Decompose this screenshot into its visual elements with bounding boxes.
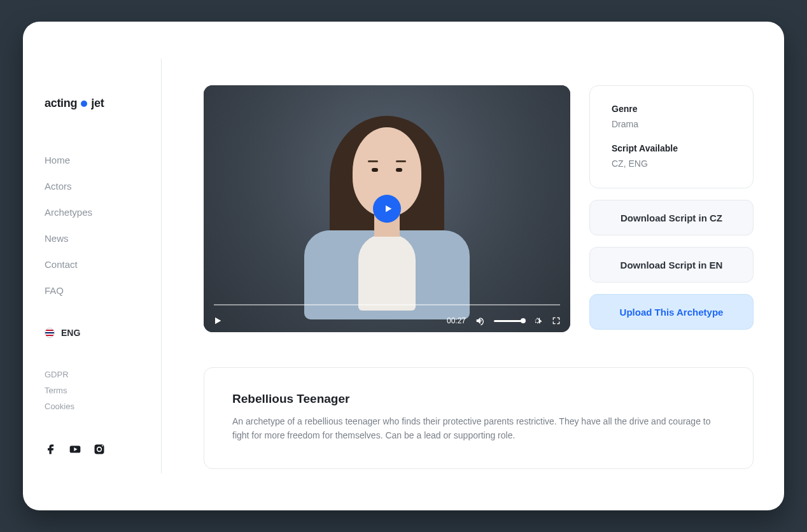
facebook-icon[interactable] (45, 443, 57, 458)
volume-icon[interactable] (475, 316, 485, 326)
play-icon (383, 204, 393, 214)
video-controls: 00:27 (213, 316, 561, 326)
script-available-label: Script Available (612, 143, 731, 153)
fullscreen-icon[interactable] (551, 316, 561, 326)
genre-label: Genre (612, 104, 731, 114)
youtube-icon[interactable] (69, 443, 81, 458)
download-en-button[interactable]: Download Script in EN (589, 247, 754, 283)
legal-gdpr[interactable]: GDPR (45, 370, 162, 379)
archetype-description: An archetype of a rebellious teenager wh… (232, 415, 725, 442)
legal-cookies[interactable]: Cookies (45, 402, 162, 411)
settings-icon[interactable] (532, 316, 542, 326)
language-label: ENG (61, 328, 80, 338)
nav-faq[interactable]: FAQ (45, 285, 162, 296)
archetype-title: Rebellious Teenager (232, 392, 725, 406)
upload-archetype-button[interactable]: Upload This Archetype (589, 294, 754, 330)
volume-slider[interactable] (494, 320, 523, 322)
script-available-value: CZ, ENG (612, 158, 731, 169)
sidebar-divider (161, 59, 162, 473)
main-nav: Home Actors Archetypes News Contact FAQ (45, 155, 162, 296)
language-switcher[interactable]: ENG (45, 328, 162, 338)
main-content: 00:27 Genre Drama Script Available CZ, (162, 22, 784, 510)
instagram-icon[interactable] (93, 443, 106, 458)
logo-dot-icon (81, 101, 87, 107)
nav-contact[interactable]: Contact (45, 259, 162, 270)
flag-icon (45, 328, 55, 338)
play-button[interactable] (373, 195, 401, 223)
nav-archetypes[interactable]: Archetypes (45, 207, 162, 218)
video-player[interactable]: 00:27 (204, 85, 570, 332)
video-duration: 00:27 (447, 316, 466, 325)
legal-terms[interactable]: Terms (45, 386, 162, 395)
info-card: Genre Drama Script Available CZ, ENG (589, 85, 754, 188)
nav-news[interactable]: News (45, 233, 162, 244)
social-links (45, 443, 162, 458)
seek-bar[interactable] (214, 304, 560, 305)
download-cz-button[interactable]: Download Script in CZ (589, 200, 754, 235)
play-small-icon[interactable] (213, 316, 223, 326)
legal-links: GDPR Terms Cookies (45, 370, 162, 411)
logo[interactable]: acting jet (45, 97, 162, 110)
logo-word-1: acting (45, 97, 77, 110)
sidebar: acting jet Home Actors Archetypes News C… (23, 22, 162, 510)
app-window: acting jet Home Actors Archetypes News C… (23, 22, 784, 510)
nav-home[interactable]: Home (45, 155, 162, 165)
description-card: Rebellious Teenager An archetype of a re… (204, 367, 754, 468)
genre-value: Drama (612, 119, 731, 129)
logo-word-2: jet (91, 97, 104, 110)
nav-actors[interactable]: Actors (45, 181, 162, 192)
side-panel: Genre Drama Script Available CZ, ENG Dow… (589, 85, 754, 332)
